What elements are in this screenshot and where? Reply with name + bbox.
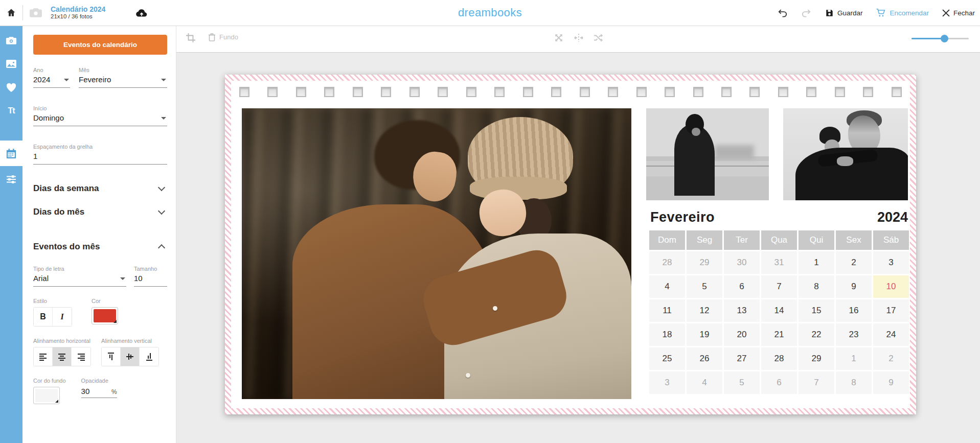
- section-weekdays[interactable]: Dias da semana: [33, 180, 167, 197]
- bg-color-picker[interactable]: [33, 387, 60, 404]
- small-photo-right[interactable]: [783, 108, 908, 200]
- flip-horizontal-button[interactable]: [574, 33, 584, 43]
- bold-toggle[interactable]: B: [34, 308, 53, 326]
- valign-top-toggle[interactable]: [102, 347, 121, 366]
- day-cell[interactable]: 19: [687, 323, 722, 346]
- day-cell[interactable]: 6: [724, 275, 760, 298]
- weekday-cell[interactable]: Sex: [836, 230, 872, 250]
- weekday-cell[interactable]: Sáb: [873, 230, 909, 250]
- day-cell[interactable]: 24: [873, 323, 909, 346]
- main-photo[interactable]: [242, 108, 631, 399]
- section-label: Dias da semana: [33, 183, 99, 194]
- day-cell[interactable]: 9: [836, 275, 872, 298]
- day-cell[interactable]: 1: [799, 251, 834, 274]
- day-cell[interactable]: 18: [649, 323, 685, 346]
- day-cell[interactable]: 4: [687, 371, 722, 394]
- small-photo-left[interactable]: [646, 108, 769, 200]
- day-cell[interactable]: 23: [836, 323, 872, 346]
- day-cell[interactable]: 31: [761, 251, 797, 274]
- day-cell[interactable]: 3: [873, 251, 909, 274]
- day-cell[interactable]: 16: [836, 299, 872, 322]
- weekday-cell[interactable]: Dom: [649, 230, 685, 250]
- opacity-input[interactable]: 30 %: [81, 387, 117, 398]
- top-header: Calendário 2024 21x10 / 36 fotos dreambo…: [0, 0, 980, 26]
- font-family-select[interactable]: Tipo de letra Arial: [33, 266, 126, 287]
- zoom-slider[interactable]: [911, 38, 969, 39]
- font-size-input[interactable]: Tamanho 10: [134, 266, 167, 287]
- day-cell[interactable]: 2: [836, 251, 872, 274]
- rail-item-calendar[interactable]: [0, 141, 22, 166]
- day-cell[interactable]: 1: [836, 347, 872, 370]
- month-select[interactable]: Mês Fevereiro: [79, 67, 167, 88]
- day-cell[interactable]: 30: [724, 251, 760, 274]
- day-cell[interactable]: 11: [649, 299, 685, 322]
- day-cell[interactable]: 7: [761, 275, 797, 298]
- day-cell[interactable]: 28: [761, 347, 797, 370]
- italic-toggle[interactable]: I: [53, 308, 72, 326]
- day-cell[interactable]: 27: [724, 347, 760, 370]
- rail-item-text[interactable]: Tt: [0, 99, 22, 123]
- start-day-select[interactable]: Início Domingo: [33, 105, 167, 126]
- grid-spacing-input[interactable]: Espaçamento da grelha 1: [33, 144, 167, 165]
- rail-item-camera[interactable]: [0, 29, 22, 52]
- undo-button[interactable]: [777, 8, 788, 17]
- day-cell[interactable]: 14: [761, 299, 797, 322]
- redo-button[interactable]: [801, 8, 812, 17]
- close-button[interactable]: Fechar: [942, 9, 975, 17]
- opacity-label: Opacidade: [81, 378, 117, 384]
- align-right-toggle[interactable]: [72, 347, 90, 366]
- swap-photos-button[interactable]: [554, 33, 564, 43]
- rail-item-adjustments[interactable]: [0, 168, 22, 191]
- day-cell[interactable]: 4: [649, 275, 685, 298]
- day-cell-highlighted[interactable]: 10: [873, 275, 909, 298]
- calendar-events-button[interactable]: Eventos do calendário: [33, 35, 167, 55]
- cloud-sync-button[interactable]: [135, 7, 148, 18]
- section-monthdays[interactable]: Dias do mês: [33, 203, 167, 221]
- day-cell[interactable]: 13: [724, 299, 760, 322]
- valign-middle-toggle[interactable]: [121, 347, 140, 366]
- day-cell[interactable]: 29: [799, 347, 834, 370]
- day-cell[interactable]: 15: [799, 299, 834, 322]
- day-cell[interactable]: 26: [687, 347, 722, 370]
- day-cell[interactable]: 7: [799, 371, 834, 394]
- save-button[interactable]: Guardar: [825, 9, 863, 17]
- day-cell[interactable]: 8: [836, 371, 872, 394]
- day-cell[interactable]: 12: [687, 299, 722, 322]
- day-cell[interactable]: 5: [687, 275, 722, 298]
- day-cell[interactable]: 20: [724, 323, 760, 346]
- day-cell[interactable]: 2: [873, 347, 909, 370]
- day-cell[interactable]: 28: [649, 251, 685, 274]
- day-cell[interactable]: 29: [687, 251, 722, 274]
- weekday-cell[interactable]: Qui: [799, 230, 834, 250]
- day-cell[interactable]: 5: [724, 371, 760, 394]
- binding-hole: [608, 87, 618, 97]
- home-button[interactable]: [0, 0, 22, 26]
- day-cell[interactable]: 6: [761, 371, 797, 394]
- weekday-cell[interactable]: Qua: [761, 230, 797, 250]
- calendar-grid-block[interactable]: Fevereiro 2024 DomSegTerQuaQuiSexSáb 282…: [649, 209, 909, 394]
- order-button[interactable]: Encomendar: [876, 8, 929, 17]
- day-cell[interactable]: 8: [799, 275, 834, 298]
- year-select[interactable]: Ano 2024: [33, 67, 70, 88]
- weekday-cell[interactable]: Ter: [724, 230, 760, 250]
- shuffle-button[interactable]: [593, 33, 603, 43]
- day-cell[interactable]: 21: [761, 323, 797, 346]
- zoom-slider-thumb[interactable]: [941, 35, 948, 42]
- weekday-cell[interactable]: Seg: [687, 230, 722, 250]
- day-cell[interactable]: 22: [799, 323, 834, 346]
- section-month-events[interactable]: Eventos do mês: [33, 238, 167, 255]
- day-cell[interactable]: 25: [649, 347, 685, 370]
- text-color-picker[interactable]: [92, 307, 118, 324]
- background-delete-button[interactable]: Fundo: [208, 33, 238, 41]
- day-cell[interactable]: 9: [873, 371, 909, 394]
- day-cell[interactable]: 3: [649, 371, 685, 394]
- align-center-toggle[interactable]: [53, 347, 72, 366]
- calendar-page[interactable]: Fevereiro 2024 DomSegTerQuaQuiSexSáb 282…: [225, 75, 916, 414]
- rail-item-images[interactable]: [0, 52, 22, 76]
- align-left-toggle[interactable]: [34, 347, 53, 366]
- valign-bottom-toggle[interactable]: [140, 347, 158, 366]
- day-cell[interactable]: 17: [873, 299, 909, 322]
- rail-item-favorites[interactable]: [0, 76, 22, 99]
- crop-button[interactable]: [186, 33, 196, 43]
- project-thumbnail[interactable]: [29, 7, 42, 18]
